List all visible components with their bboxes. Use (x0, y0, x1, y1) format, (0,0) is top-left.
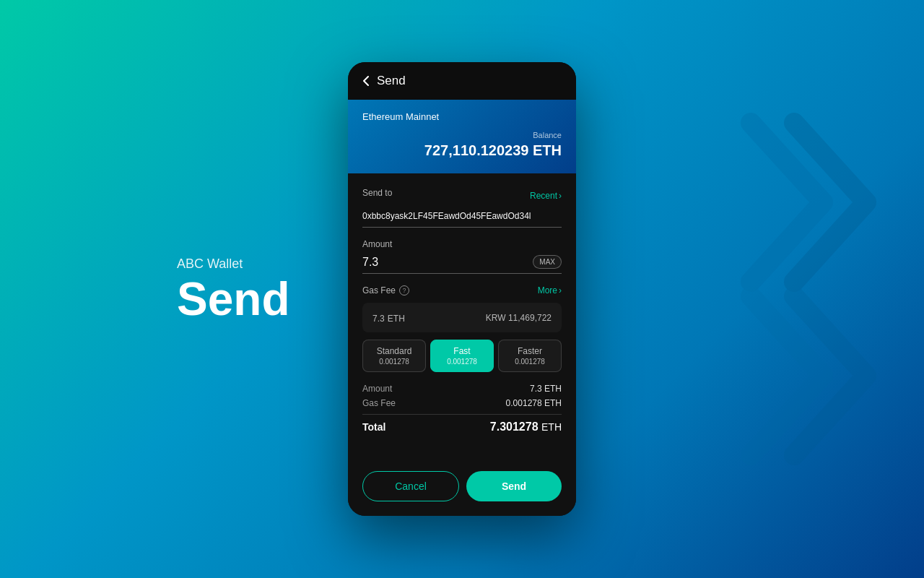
speed-buttons: Standard 0.001278 Fast 0.001278 Faster 0… (362, 340, 562, 372)
back-button[interactable] (362, 75, 370, 87)
amount-input[interactable] (362, 256, 533, 269)
amount-section: Amount MAX (362, 239, 562, 274)
gas-fee-label: Gas Fee (362, 285, 396, 296)
summary-gas-label: Gas Fee (362, 398, 396, 408)
recent-link[interactable]: Recent › (530, 191, 562, 201)
send-to-row: Send to Recent › (362, 188, 562, 204)
send-to-label: Send to (362, 188, 392, 198)
gas-fee-label-row: Gas Fee ? (362, 285, 409, 296)
summary-amount-label: Amount (362, 384, 392, 394)
summary-gas-row: Gas Fee 0.001278 ETH (362, 398, 562, 408)
total-value: 7.301278 ETH (490, 420, 562, 434)
page-header: Send (348, 62, 576, 100)
action-buttons: Cancel Send (348, 460, 576, 516)
speed-fast-button[interactable]: Fast 0.001278 (430, 340, 494, 372)
summary-section: Amount 7.3 ETH Gas Fee 0.001278 ETH Tota… (362, 384, 562, 434)
balance-amount: 727,110.120239 ETH (362, 142, 562, 159)
gas-krw: KRW 11,469,722 (486, 313, 552, 323)
send-button[interactable]: Send (466, 471, 562, 501)
app-name: ABC Wallet (177, 256, 289, 272)
network-label: Ethereum Mainnet (362, 111, 562, 122)
more-link[interactable]: More › (538, 285, 562, 296)
info-icon: ? (399, 285, 409, 296)
page-title-left: Send (177, 276, 289, 322)
decorative-arrows (736, 108, 895, 470)
send-to-input[interactable] (362, 208, 562, 228)
phone-modal: Send Ethereum Mainnet Balance 727,110.12… (348, 62, 576, 516)
summary-divider (362, 414, 562, 415)
total-row: Total 7.301278 ETH (362, 420, 562, 434)
gas-preview-box: 7.3 ETH KRW 11,469,722 (362, 303, 562, 332)
left-panel: ABC Wallet Send (177, 256, 289, 322)
amount-input-row: MAX (362, 255, 562, 274)
cancel-button[interactable]: Cancel (362, 471, 459, 501)
balance-label: Balance (362, 131, 562, 139)
gas-fee-header: Gas Fee ? More › (362, 285, 562, 296)
summary-amount-row: Amount 7.3 ETH (362, 384, 562, 394)
speed-faster-button[interactable]: Faster 0.001278 (498, 340, 562, 372)
gas-eth-amount: 7.3 ETH (372, 311, 405, 324)
speed-standard-button[interactable]: Standard 0.001278 (362, 340, 426, 372)
max-button[interactable]: MAX (533, 255, 562, 269)
amount-label: Amount (362, 239, 562, 249)
total-label: Total (362, 421, 385, 433)
summary-gas-value: 0.001278 ETH (506, 398, 562, 408)
gas-fee-section: Gas Fee ? More › 7.3 ETH KRW 11,469,722 (362, 285, 562, 372)
header-title: Send (377, 74, 406, 88)
form-section: Send to Recent › Amount MAX Gas Fee ? (348, 173, 576, 460)
balance-section: Ethereum Mainnet Balance 727,110.120239 … (348, 100, 576, 173)
summary-amount-value: 7.3 ETH (530, 384, 562, 394)
